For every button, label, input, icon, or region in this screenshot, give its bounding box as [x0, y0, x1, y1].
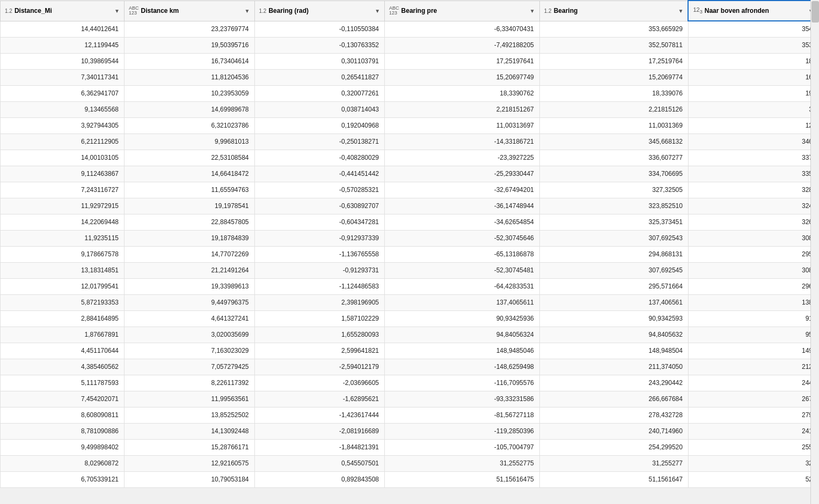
table-cell: 137,406561: [539, 294, 688, 310]
table-cell: 137,4065611: [385, 294, 540, 310]
table-cell: 308: [688, 230, 818, 246]
table-cell: 19,50395716: [124, 37, 254, 53]
table-cell: -1,62895621: [254, 391, 385, 407]
table-row: 6,36294170710,239530590,32007726118,3390…: [1, 85, 819, 101]
table-cell: 18: [688, 53, 818, 69]
table-cell: 13,18314851: [1, 262, 125, 278]
table-cell: -81,56727118: [385, 407, 540, 423]
table-cell: 11,81204536: [124, 69, 254, 85]
scrollbar-thumb[interactable]: [811, 1, 819, 23]
table-cell: 52: [688, 471, 818, 487]
table-cell: 0,320077261: [254, 85, 385, 101]
table-row: 9,49989840215,28766171-1,844821391-105,7…: [1, 439, 819, 455]
dropdown-distance-km[interactable]: ▼: [245, 8, 250, 14]
table-cell: 0,545507501: [254, 455, 385, 471]
table-cell: 7,243116727: [1, 182, 125, 198]
table-cell: 1,587102229: [254, 310, 385, 327]
table-cell: 31,2552775: [385, 455, 540, 471]
table-cell: 7,163023029: [124, 343, 254, 359]
table-cell: 10,23953059: [124, 85, 254, 101]
table-row: 9,1346556814,699896780,0387140432,218151…: [1, 101, 819, 117]
col-header-distance-km[interactable]: ABC123 Distance km ▼: [124, 1, 254, 21]
table-cell: -0,630892707: [254, 198, 385, 214]
dropdown-bearing-pre[interactable]: ▼: [530, 8, 535, 14]
table-cell: 6,212112905: [1, 134, 125, 150]
table-cell: 19,1978541: [124, 198, 254, 214]
dropdown-distance-mi[interactable]: ▼: [114, 8, 120, 14]
table-cell: 2,884164895: [1, 310, 125, 327]
table-cell: 6,705339121: [1, 471, 125, 487]
table-row: 14,4401264123,23769774-0,110550384-6,334…: [1, 21, 819, 37]
col-header-bearing-rad[interactable]: 1.2 Bearing (rad) ▼: [254, 1, 385, 21]
table-cell: 0,301103791: [254, 53, 385, 69]
table-cell: 279: [688, 407, 818, 423]
table-cell: 8,608090811: [1, 407, 125, 423]
table-cell: 19,33989613: [124, 278, 254, 294]
table-cell: 11,0031369: [539, 117, 688, 134]
table-cell: 307,692545: [539, 262, 688, 278]
table-row: 6,70533912110,790531840,89284350851,1561…: [1, 471, 819, 487]
table-cell: 8,02960872: [1, 455, 125, 471]
table-cell: -32,67494201: [385, 182, 540, 198]
table-row: 8,0296087212,921605750,54550750131,25527…: [1, 455, 819, 471]
table-cell: 14,77072269: [124, 246, 254, 262]
col-label-bearing: Bearing: [554, 7, 578, 14]
table-cell: -0,250138271: [254, 134, 385, 150]
table-cell: 7,057279425: [124, 359, 254, 375]
table-cell: 9,449796375: [124, 294, 254, 310]
col-header-bearing[interactable]: 1.2 Bearing ▼: [539, 1, 688, 21]
col-header-distance-mi[interactable]: 1.2 Distance_Mi ▼: [1, 1, 125, 21]
table-row: 7,45420207111,99563561-1,62895621-93,332…: [1, 391, 819, 407]
table-cell: 15,20697749: [385, 69, 540, 85]
table-cell: 14,22069448: [1, 214, 125, 230]
table-cell: 0,265411827: [254, 69, 385, 85]
table-cell: 6,321023786: [124, 117, 254, 134]
table-cell: 354: [688, 21, 818, 37]
scrollbar[interactable]: [810, 0, 819, 504]
table-cell: 345,668132: [539, 134, 688, 150]
table-cell: 353: [688, 37, 818, 53]
table-cell: 295,571664: [539, 278, 688, 294]
table-cell: 278,432728: [539, 407, 688, 423]
table-wrapper: 1.2 Distance_Mi ▼ ABC123 Distance km ▼ 1…: [0, 0, 819, 504]
table-cell: 12,1199445: [1, 37, 125, 53]
table-cell: 337: [688, 150, 818, 166]
col-label-naar: Naar boven afronden: [705, 7, 769, 14]
table-cell: 295: [688, 246, 818, 262]
table-cell: 14,69989678: [124, 101, 254, 117]
dropdown-bearing[interactable]: ▼: [678, 8, 684, 14]
table-cell: -7,492188205: [385, 37, 540, 53]
data-table: 1.2 Distance_Mi ▼ ABC123 Distance km ▼ 1…: [0, 0, 819, 488]
col-label-distance-mi: Distance_Mi: [14, 7, 52, 14]
table-cell: 346: [688, 134, 818, 150]
table-cell: 90,93425936: [385, 310, 540, 327]
table-cell: 4,451170644: [1, 343, 125, 359]
table-cell: -2,081916689: [254, 423, 385, 439]
table-cell: 149: [688, 343, 818, 359]
table-cell: -34,62654854: [385, 214, 540, 230]
table-cell: -36,14748944: [385, 198, 540, 214]
header-row: 1.2 Distance_Mi ▼ ABC123 Distance km ▼ 1…: [1, 1, 819, 21]
table-cell: -23,3927225: [385, 150, 540, 166]
dropdown-bearing-rad[interactable]: ▼: [375, 8, 380, 14]
table-cell: 328: [688, 182, 818, 198]
table-cell: 14,66418472: [124, 166, 254, 182]
table-cell: 5,872193353: [1, 294, 125, 310]
table-row: 12,0179954119,33989613-1,124486583-64,42…: [1, 278, 819, 294]
table-cell: 14,13092448: [124, 423, 254, 439]
table-row: 8,78109088614,13092448-2,081916689-119,2…: [1, 423, 819, 439]
table-cell: 1,87667891: [1, 327, 125, 343]
table-cell: 10,39869544: [1, 53, 125, 69]
table-cell: 5,111787593: [1, 375, 125, 391]
col-header-naar[interactable]: 123 Naar boven afronden ▼: [688, 1, 818, 21]
table-cell: 353,665929: [539, 21, 688, 37]
table-cell: 10,79053184: [124, 471, 254, 487]
table-cell: 2,599641821: [254, 343, 385, 359]
type-icon-naar: 123: [693, 6, 702, 14]
table-cell: 9,499898402: [1, 439, 125, 455]
table-cell: 14,00103105: [1, 150, 125, 166]
table-cell: -0,91293731: [254, 262, 385, 278]
table-cell: 9,13465568: [1, 101, 125, 117]
table-cell: -1,844821391: [254, 439, 385, 455]
col-header-bearing-pre[interactable]: ABC123 Bearing pre ▼: [385, 1, 540, 21]
